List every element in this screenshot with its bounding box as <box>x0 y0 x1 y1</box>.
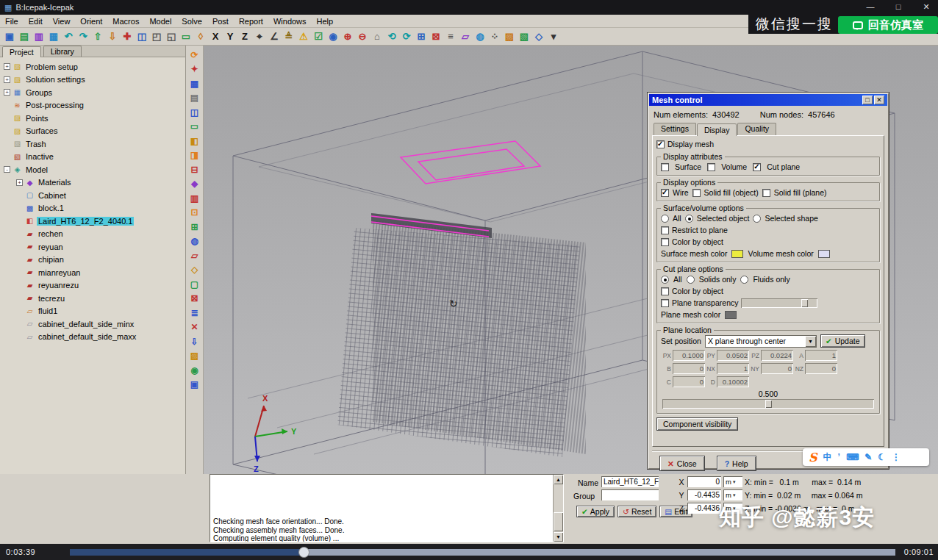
axis-value-field[interactable]: -0.4435 <box>687 489 721 500</box>
toolbar-icon[interactable]: ▥ <box>32 29 46 44</box>
tree-item[interactable]: ▰ rechen <box>0 228 185 241</box>
plane-field-value[interactable]: 0 <box>761 363 793 374</box>
menu-item[interactable]: Post <box>207 15 234 27</box>
object-toolbar-icon[interactable]: ⊠ <box>188 292 201 306</box>
minimize-button[interactable]: — <box>864 2 876 12</box>
tree-item[interactable]: + ▨ Solution settings <box>0 73 185 87</box>
toolbar-icon[interactable]: ◫ <box>135 29 149 44</box>
toolbar-icon[interactable]: ↶ <box>61 29 76 44</box>
surface-checkbox[interactable] <box>661 163 669 171</box>
toolbar-icon[interactable]: ▱ <box>458 29 473 44</box>
menu-item[interactable]: Orient <box>75 15 107 27</box>
plane-field-value[interactable]: 1 <box>717 363 749 374</box>
toolbar-icon[interactable]: ∠ <box>267 29 282 44</box>
menu-item[interactable]: Solve <box>176 15 207 27</box>
menu-item[interactable]: Report <box>234 15 268 27</box>
object-toolbar-icon[interactable]: ◧ <box>188 134 201 148</box>
close-button[interactable]: ✕ <box>920 2 932 12</box>
console-scrollbar[interactable]: ▲ ▼ <box>553 475 563 542</box>
tree-expander[interactable]: + <box>16 179 23 186</box>
toolbar-icon[interactable]: ≜ <box>282 29 296 44</box>
toolbar-icon[interactable]: ↷ <box>76 29 90 44</box>
toolbar-icon[interactable]: Z <box>237 29 252 44</box>
toolbar-icon[interactable]: ◉ <box>326 29 340 44</box>
object-toolbar-icon[interactable]: ◆ <box>188 177 201 192</box>
menu-item[interactable]: Help <box>312 15 339 27</box>
object-toolbar-icon[interactable]: ▱ <box>188 248 201 263</box>
toolbar-icon[interactable]: Y <box>223 29 237 44</box>
object-toolbar-icon[interactable]: ≣ <box>188 306 201 320</box>
tree-item[interactable]: ▩ block.1 <box>0 202 185 215</box>
tree-item[interactable]: ▰ reyuan <box>0 240 185 254</box>
solid-fill-plane-checkbox[interactable] <box>762 189 770 197</box>
object-toolbar-icon[interactable]: ▤ <box>188 91 201 106</box>
tree-item[interactable]: ▨ Surfaces <box>0 125 185 138</box>
toolbar-icon[interactable]: ▣ <box>2 29 17 44</box>
object-toolbar-icon[interactable]: ▥ <box>188 191 201 206</box>
toolbar-icon[interactable]: ⊖ <box>355 29 370 44</box>
tree-item[interactable]: ≋ Post-processing <box>0 99 185 112</box>
plane-field-value[interactable]: 0.0224 <box>761 350 793 361</box>
solid-fill-object-checkbox[interactable] <box>692 189 701 197</box>
ime-logo[interactable]: S <box>809 450 817 464</box>
scroll-up-icon[interactable]: ▲ <box>554 475 563 484</box>
dropdown-arrow-icon[interactable]: ▼ <box>805 336 816 347</box>
object-toolbar-icon[interactable]: ▣ <box>188 378 201 392</box>
sv-color-by-object-checkbox[interactable] <box>661 238 669 246</box>
object-toolbar-icon[interactable]: ◫ <box>188 105 201 120</box>
toolbar-icon[interactable]: ▦ <box>46 29 61 44</box>
object-toolbar-icon[interactable]: ◇ <box>188 263 201 278</box>
mesh-dialog-titlebar[interactable]: Mesh control □ ✕ <box>649 94 887 106</box>
tree-item[interactable]: ▱ fluid1 <box>0 305 185 318</box>
unit-dropdown[interactable]: m ▾ <box>723 476 742 487</box>
tree-item[interactable]: ▰ mianreyuan <box>0 266 185 279</box>
scroll-down-icon[interactable]: ▼ <box>554 532 563 542</box>
ime-keyboard-icon[interactable]: ⌨ <box>846 452 859 462</box>
axis-value-field[interactable]: -0.4436 <box>687 503 721 514</box>
menu-item[interactable]: File <box>0 15 24 27</box>
sv-selected-shape-radio[interactable] <box>753 215 761 223</box>
object-toolbar-icon[interactable]: ⟳ <box>188 48 201 62</box>
object-toolbar-icon[interactable]: ▢ <box>188 277 201 292</box>
plane-mesh-color-swatch[interactable] <box>725 311 737 319</box>
plane-field-value[interactable]: 0.1000 <box>673 350 705 361</box>
toolbar-icon[interactable]: ◊ <box>193 29 208 44</box>
progress-track[interactable] <box>70 549 895 556</box>
tree-expander[interactable]: + <box>4 89 10 96</box>
toolbar-icon[interactable]: ◱ <box>164 29 179 44</box>
toolbar-icon[interactable]: ⁘ <box>487 29 502 44</box>
object-toolbar-icon[interactable]: ✦ <box>188 62 201 77</box>
toolbar-icon[interactable]: ▾ <box>546 29 561 44</box>
dialog-box-button[interactable]: □ <box>862 96 873 104</box>
display-mesh-checkbox[interactable] <box>656 140 665 148</box>
restrict-to-plane-checkbox[interactable] <box>661 226 669 234</box>
ime-lang-toggle[interactable]: 中 <box>823 451 832 464</box>
cp-solids-only-radio[interactable] <box>687 276 695 284</box>
ime-handwriting-icon[interactable]: ✎ <box>864 452 872 462</box>
tree-item[interactable]: ▰ chipian <box>0 254 185 267</box>
toolbar-icon[interactable]: ⟲ <box>384 29 399 44</box>
cp-color-by-object-checkbox[interactable] <box>661 287 669 295</box>
object-toolbar-icon[interactable]: ⊞ <box>188 220 201 234</box>
toolbar-icon[interactable]: ◍ <box>473 29 487 44</box>
object-toolbar-icon[interactable]: ◉ <box>188 363 201 378</box>
toolbar-icon[interactable]: ⟳ <box>399 29 414 44</box>
menu-item[interactable]: Edit <box>24 15 48 27</box>
plane-field-value[interactable]: 0.10002 <box>717 376 749 387</box>
object-toolbar-icon[interactable]: ⊡ <box>188 206 201 220</box>
plane-transparency-checkbox[interactable] <box>661 299 669 307</box>
tree-item[interactable]: + ◆ Materials <box>0 176 185 190</box>
plane-field-value[interactable]: 0.0502 <box>717 350 749 361</box>
object-toolbar-icon[interactable]: ◨ <box>188 148 201 163</box>
plane-field-value[interactable]: 0 <box>805 363 837 374</box>
tree-item[interactable]: ▨ Points <box>0 112 185 125</box>
volume-mesh-color-swatch[interactable] <box>818 250 830 258</box>
help-button[interactable]: ? Help <box>717 456 756 471</box>
object-toolbar-icon[interactable]: ⊟ <box>188 162 201 177</box>
plane-field-value[interactable]: 0 <box>673 363 705 374</box>
ime-skin-icon[interactable]: ☾ <box>878 452 886 462</box>
sv-all-radio[interactable] <box>661 215 669 223</box>
channel-button[interactable]: 回音仿真室 <box>838 16 938 34</box>
plane-field-value[interactable]: 0 <box>673 376 705 387</box>
plane-transparency-slider[interactable] <box>741 298 817 308</box>
